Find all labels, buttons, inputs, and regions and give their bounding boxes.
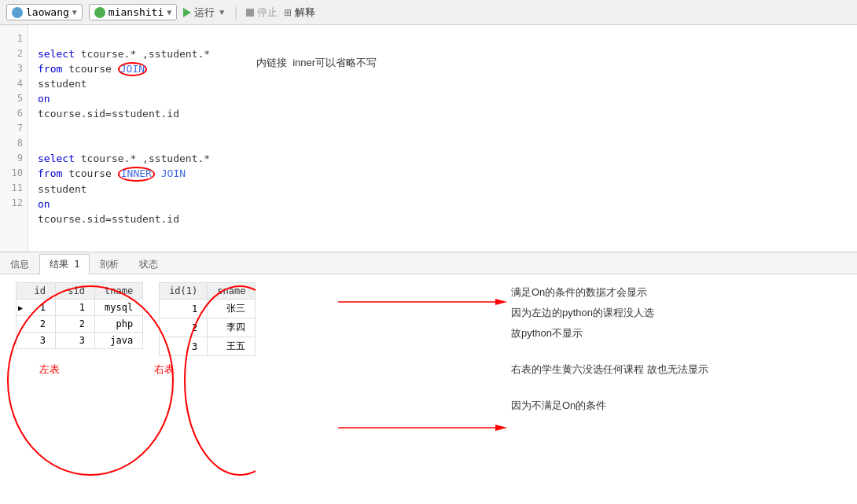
stop-square-icon bbox=[246, 9, 254, 17]
run-label: 运行 bbox=[194, 6, 215, 20]
code-line-11: on bbox=[38, 198, 50, 210]
right-row3-id: 3 bbox=[160, 337, 208, 356]
left-row3-id: 3 bbox=[17, 333, 56, 349]
code-line-9: from tcourse INNER JOIN bbox=[38, 167, 186, 179]
right-table-label: 右表 bbox=[154, 362, 175, 377]
code-line-1: select tcourse.* ,sstudent.* bbox=[38, 48, 210, 60]
run-dropdown-icon: ▼ bbox=[218, 8, 226, 17]
code-line-5: tcourse.sid=sstudent.id bbox=[38, 108, 179, 120]
explain-label: 解释 bbox=[295, 6, 315, 20]
tab-result1[interactable]: 结果 1 bbox=[39, 254, 90, 274]
left-col-id: id bbox=[17, 283, 56, 300]
explain-icon: ⊞ bbox=[284, 7, 292, 18]
annotation-block3: 因为不满足On的条件 bbox=[511, 395, 826, 416]
annotation-text3: 因为不满足On的条件 bbox=[511, 399, 606, 411]
right-row2-id: 2 bbox=[160, 318, 208, 337]
table-row: 2 李四 bbox=[160, 318, 256, 337]
tab-status[interactable]: 状态 bbox=[129, 254, 168, 274]
table-labels: 左表 右表 bbox=[16, 362, 256, 377]
stop-label: 停止 bbox=[257, 6, 278, 20]
left-table: id sid tname ▶1 1 mysql bbox=[16, 282, 143, 349]
db1-arrow-icon: ▼ bbox=[72, 8, 77, 17]
right-row2-sname: 李四 bbox=[208, 318, 256, 337]
annotation-block2: 右表的学生黄六没选任何课程 故也无法显示 bbox=[511, 359, 826, 380]
stop-button[interactable]: 停止 bbox=[246, 6, 278, 20]
right-col-sname: sname bbox=[208, 283, 256, 300]
left-row3-sid: 3 bbox=[56, 333, 95, 349]
db2-icon bbox=[94, 7, 105, 18]
code-line-12: tcourse.sid=sstudent.id bbox=[38, 213, 179, 225]
bottom-panel: 信息 结果 1 剖析 状态 id sid t bbox=[0, 252, 857, 504]
right-row1-id: 1 bbox=[160, 300, 208, 318]
code-content[interactable]: select tcourse.* ,sstudent.* from tcours… bbox=[28, 25, 857, 252]
left-table-container: id sid tname ▶1 1 mysql bbox=[16, 282, 143, 356]
right-table-container: id(1) sname 1 张三 2 bbox=[159, 282, 256, 356]
table-row: 3 3 java bbox=[17, 333, 143, 349]
db1-label: laowang bbox=[26, 6, 69, 18]
db2-arrow-icon: ▼ bbox=[167, 8, 171, 17]
code-editor[interactable]: 12345 678910 1112 select tcourse.* ,sstu… bbox=[0, 25, 857, 252]
db1-selector[interactable]: laowang ▼ bbox=[6, 4, 83, 20]
left-row2-id: 2 bbox=[17, 316, 56, 333]
tab-profile[interactable]: 剖析 bbox=[90, 254, 129, 274]
table-row: 1 张三 bbox=[160, 300, 256, 318]
separator1: | bbox=[232, 5, 240, 20]
left-row2-sid: 2 bbox=[56, 316, 95, 333]
table-row: 3 王五 bbox=[160, 337, 256, 356]
code-line-7 bbox=[38, 138, 44, 149]
code-line-10: sstudent bbox=[38, 183, 87, 195]
inner-join-annotation: 内链接 inner可以省略不写 bbox=[256, 55, 377, 70]
annotation-text1: 满足On的条件的数据才会显示因为左边的python的课程没人选故python不显… bbox=[511, 286, 654, 339]
left-row1-tname: mysql bbox=[95, 300, 143, 316]
right-row1-sname: 张三 bbox=[208, 300, 256, 318]
right-annotations-panel: 满足On的条件的数据才会显示因为左边的python的课程没人选故python不显… bbox=[511, 282, 826, 429]
annotation-arrows bbox=[338, 278, 511, 483]
main-area: 12345 678910 1112 select tcourse.* ,sstu… bbox=[0, 25, 857, 504]
line-numbers: 12345 678910 1112 bbox=[0, 25, 28, 252]
annotation-block1: 满足On的条件的数据才会显示因为左边的python的课程没人选故python不显… bbox=[511, 282, 826, 344]
tabs-bar: 信息 结果 1 剖析 状态 bbox=[0, 252, 857, 274]
right-row3-sname: 王五 bbox=[208, 337, 256, 356]
right-table: id(1) sname 1 张三 2 bbox=[159, 282, 256, 356]
left-row2-tname: php bbox=[95, 316, 143, 333]
bottom-content: id sid tname ▶1 1 mysql bbox=[0, 274, 857, 504]
run-triangle-icon bbox=[183, 8, 191, 17]
code-line-8: select tcourse.* ,sstudent.* bbox=[38, 153, 210, 164]
toolbar: laowang ▼ mianshiti ▼ 运行 ▼ | 停止 ⊞ 解释 bbox=[0, 0, 857, 25]
left-table-label: 左表 bbox=[39, 362, 60, 377]
left-row1-id: ▶1 bbox=[17, 300, 56, 316]
right-arrowhead2 bbox=[495, 425, 507, 431]
db1-icon bbox=[12, 7, 23, 18]
tables-row: id sid tname ▶1 1 mysql bbox=[16, 282, 256, 356]
tab-info[interactable]: 信息 bbox=[0, 254, 39, 274]
right-col-id: id(1) bbox=[160, 283, 208, 300]
code-line-2: from tcourse JOIN bbox=[38, 63, 147, 75]
code-line-6 bbox=[38, 123, 44, 134]
left-row1-sid: 1 bbox=[56, 300, 95, 316]
db2-label: mianshiti bbox=[109, 6, 164, 18]
explain-button[interactable]: ⊞ 解释 bbox=[284, 6, 315, 20]
annotation-text2: 右表的学生黄六没选任何课程 故也无法显示 bbox=[511, 363, 708, 375]
left-col-sid: sid bbox=[56, 283, 95, 300]
right-arrowhead1 bbox=[495, 299, 507, 305]
code-line-3: sstudent bbox=[38, 78, 87, 90]
left-row3-tname: java bbox=[95, 333, 143, 349]
table-row: ▶1 1 mysql bbox=[17, 300, 143, 316]
left-col-tname: tname bbox=[95, 283, 143, 300]
db2-selector[interactable]: mianshiti ▼ bbox=[89, 4, 177, 20]
code-line-4: on bbox=[38, 93, 50, 105]
tables-container: id sid tname ▶1 1 mysql bbox=[0, 274, 256, 504]
run-button[interactable]: 运行 ▼ bbox=[183, 6, 226, 20]
table-row: 2 2 php bbox=[17, 316, 143, 333]
